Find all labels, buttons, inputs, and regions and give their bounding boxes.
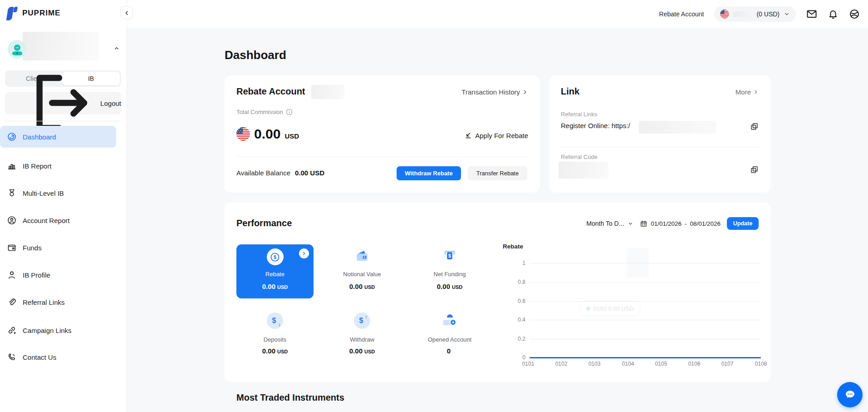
mail-icon[interactable] bbox=[806, 9, 817, 20]
chevron-down-icon bbox=[784, 11, 790, 17]
performance-title: Performance bbox=[236, 218, 292, 228]
tile-value: 0.00USD bbox=[324, 283, 401, 290]
period-dropdown[interactable]: Month To D... bbox=[586, 220, 633, 227]
y-tick: 0 bbox=[507, 354, 525, 361]
tile-label: Opened Account bbox=[411, 336, 488, 343]
sidebar-item-funds[interactable]: Funds bbox=[0, 237, 116, 258]
date-range-picker[interactable]: 01/01/2026 - 08/01/2026 bbox=[640, 220, 721, 228]
profile-name-redacted bbox=[23, 32, 99, 60]
performance-card: Performance Month To D... 01/01/2026 - 0… bbox=[225, 203, 770, 382]
tooltip-text: 0102 0.00 USD bbox=[593, 305, 634, 312]
profile-collapse-chevron-up-icon[interactable] bbox=[113, 45, 120, 51]
chevron-right-icon bbox=[301, 251, 307, 256]
card-divider bbox=[236, 157, 528, 157]
gridline bbox=[530, 282, 761, 283]
globe-icon[interactable] bbox=[849, 9, 860, 20]
chevron-right-icon bbox=[522, 89, 528, 95]
tile-value: 0.00USD bbox=[236, 283, 314, 290]
wallet-money-icon bbox=[354, 249, 370, 263]
account-selector[interactable]: (0 USD) bbox=[714, 6, 796, 22]
referral-links-label: Referral Links bbox=[561, 111, 597, 118]
copy-icon[interactable] bbox=[750, 165, 759, 174]
tile-deposits[interactable]: $↓ Deposits 0.00USD bbox=[236, 308, 314, 358]
available-balance-row: Available Balance 0.00 USD bbox=[236, 169, 324, 177]
withdraw-icon: $↑ bbox=[354, 313, 370, 329]
top-bar: Rebate Account (0 USD) bbox=[127, 0, 868, 28]
link-card: Link More Referral Links Register Online… bbox=[549, 75, 770, 193]
total-commission-row: Total Commission bbox=[236, 109, 293, 115]
account-number-redacted bbox=[733, 11, 752, 17]
sidebar-item-contact-us[interactable]: Contact Us bbox=[0, 346, 116, 368]
tile-rebate[interactable]: $ Rebate 0.00USD bbox=[236, 244, 314, 298]
tile-detail-arrow[interactable] bbox=[299, 248, 309, 258]
commission-amount: 0.00 bbox=[254, 126, 280, 142]
transfer-rebate-button[interactable]: Transfer Rebate bbox=[468, 166, 527, 180]
available-balance-label: Available Balance bbox=[236, 169, 290, 177]
sidebar-item-multi-level-ib[interactable]: Multi-Level IB bbox=[0, 182, 116, 204]
available-balance-value: 0.00 USD bbox=[295, 169, 324, 177]
referral-link-redacted bbox=[639, 121, 716, 134]
main-content: Dashboard Rebate Account Transaction His… bbox=[127, 28, 868, 412]
rebate-account-label: Rebate Account bbox=[659, 10, 704, 18]
transaction-history-link[interactable]: Transaction History bbox=[461, 88, 528, 96]
y-tick: 0.8 bbox=[507, 279, 525, 285]
bell-icon[interactable] bbox=[828, 9, 839, 20]
rebate-account-card: Rebate Account Transaction History Total… bbox=[225, 75, 540, 193]
chevron-left-icon bbox=[124, 10, 130, 16]
us-flag-icon bbox=[720, 10, 729, 19]
tile-value: 0.00USD bbox=[236, 347, 314, 355]
sidebar-item-label: Multi-Level IB bbox=[23, 189, 64, 197]
bar-chart-icon bbox=[7, 161, 17, 171]
puprime-logo-icon bbox=[6, 5, 18, 21]
sidebar-item-label: Funds bbox=[23, 244, 42, 252]
tile-net-funding[interactable]: $ Net Funding 0.00USD bbox=[411, 244, 488, 298]
calendar-icon bbox=[640, 220, 647, 228]
gridline bbox=[530, 320, 761, 320]
tile-opened-account[interactable]: + Opened Account 0 bbox=[411, 308, 488, 358]
sidebar-item-label: Campaign Links bbox=[23, 327, 72, 334]
sidebar-item-ib-report[interactable]: IB Report bbox=[0, 155, 116, 177]
account-balance: (0 USD) bbox=[756, 10, 780, 18]
sidebar-item-label: Contact Us bbox=[23, 353, 56, 361]
sidebar-item-campaign-links[interactable]: Campaign Links bbox=[0, 319, 116, 341]
sidebar-item-account-report[interactable]: Account Report bbox=[0, 209, 116, 231]
logout-label: Logout bbox=[100, 99, 121, 107]
sidebar: PUPRIME Client IB Logout Dashboard IB Re… bbox=[0, 0, 127, 412]
live-chat-button[interactable] bbox=[837, 382, 863, 407]
rebate-line-series bbox=[530, 357, 761, 358]
chart-tooltip: 0102 0.00 USD bbox=[581, 302, 639, 315]
phone-icon bbox=[7, 352, 17, 362]
avatar[interactable] bbox=[8, 40, 26, 59]
apply-for-rebate-link[interactable]: Apply For Rebate bbox=[464, 132, 528, 139]
brand-name: PUPRIME bbox=[22, 9, 60, 18]
tooltip-series-dot bbox=[586, 307, 590, 311]
more-link[interactable]: More bbox=[736, 88, 759, 96]
y-tick: 0.2 bbox=[507, 336, 525, 342]
tile-notional-value[interactable]: Notional Value 0.00USD bbox=[324, 244, 401, 298]
sidebar-collapse-button[interactable] bbox=[120, 6, 133, 19]
copy-icon[interactable] bbox=[750, 122, 759, 131]
tile-withdraw[interactable]: $↑ Withdraw 0.00USD bbox=[324, 308, 401, 358]
logout-button[interactable]: Logout bbox=[5, 92, 121, 114]
wallet-icon bbox=[7, 243, 17, 253]
tile-value: 0 bbox=[411, 347, 488, 355]
sidebar-item-ib-profile[interactable]: IB Profile bbox=[0, 264, 116, 286]
sidebar-item-label: Account Report bbox=[23, 217, 69, 224]
dashboard-icon bbox=[7, 132, 17, 142]
dollar-coin-icon: $ bbox=[267, 248, 284, 265]
tile-label: Notional Value bbox=[324, 271, 401, 278]
deposit-icon: $↓ bbox=[267, 313, 283, 329]
commission-amount-row: 0.00 USD bbox=[236, 126, 299, 142]
cash-deposit-icon: $ bbox=[442, 249, 457, 263]
withdraw-rebate-button[interactable]: Withdraw Rebate bbox=[397, 166, 461, 180]
user-circle-icon bbox=[7, 215, 17, 225]
sidebar-item-referral-links[interactable]: Referral Links bbox=[0, 291, 116, 313]
update-button[interactable]: Update bbox=[727, 217, 759, 230]
x-tick: 0106 bbox=[683, 361, 706, 367]
sidebar-item-dashboard[interactable]: Dashboard bbox=[0, 126, 116, 148]
commission-currency: USD bbox=[284, 132, 299, 140]
link-card-title: Link bbox=[561, 86, 579, 97]
medal-icon bbox=[7, 188, 17, 198]
y-tick: 1 bbox=[507, 260, 525, 266]
info-icon[interactable] bbox=[286, 109, 293, 115]
